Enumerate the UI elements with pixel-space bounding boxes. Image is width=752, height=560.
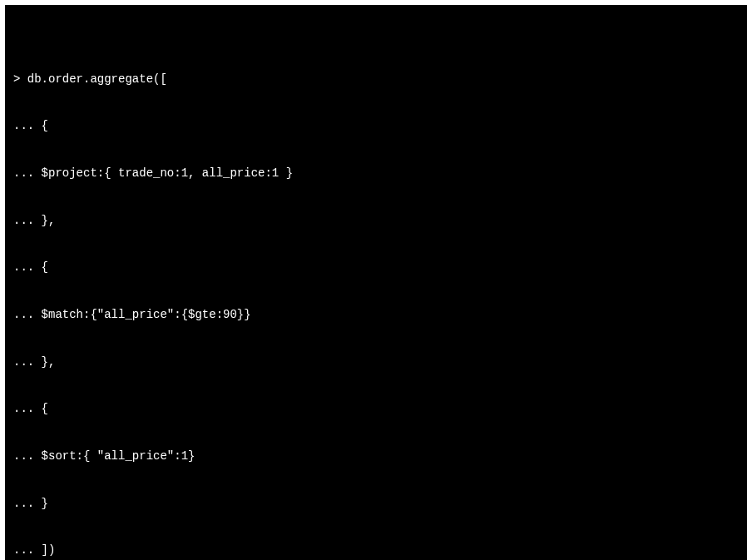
terminal-output-1: > db.order.aggregate([ ... { ... $projec… (5, 5, 747, 560)
code-line: ... $project:{ trade_no:1, all_price:1 } (13, 166, 742, 181)
code-line: ... { (13, 401, 742, 417)
code-line: ... { (13, 118, 742, 134)
code-line: ... $match:{"all_price":{$gte:90}} (13, 307, 742, 323)
code-line: > db.order.aggregate([ (13, 72, 742, 87)
code-line: ... ]) (13, 543, 742, 558)
code-line: ... }, (13, 354, 742, 370)
code-line: ... } (13, 496, 742, 512)
code-line: ... $sort:{ "all_price":1} (13, 448, 742, 464)
code-line: ... { (13, 260, 742, 275)
code-line: ... }, (13, 213, 742, 229)
terminal-1-content: > db.order.aggregate([ ... { ... $projec… (10, 40, 742, 560)
